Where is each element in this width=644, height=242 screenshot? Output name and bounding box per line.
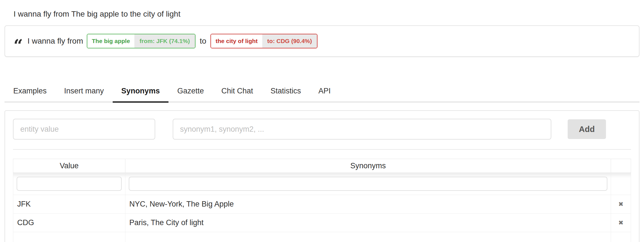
- actions-cell: ✖: [611, 214, 631, 232]
- column-header-value: Value: [13, 159, 125, 173]
- tab-api[interactable]: API: [310, 87, 339, 102]
- synonyms-table: Value Synonyms JFK NYC, New-York, The Bi…: [13, 159, 631, 242]
- tab-insert-many[interactable]: Insert many: [55, 87, 113, 102]
- table-row: JFK NYC, New-York, The Big Apple ✖: [13, 195, 631, 214]
- query-sentence: I wanna fly from The big apple to the ci…: [14, 10, 644, 19]
- synonyms-filter-input[interactable]: [129, 177, 607, 191]
- delete-row-button[interactable]: ✖: [615, 195, 627, 213]
- parse-connector-text: to: [200, 37, 206, 46]
- tab-examples[interactable]: Examples: [5, 87, 55, 102]
- tab-bar: Examples Insert many Synonyms Gazette Ch…: [5, 57, 639, 102]
- parse-prefix-text: I wanna fly from: [27, 37, 83, 46]
- table-header-row: Value Synonyms: [13, 159, 631, 173]
- filter-actions-cell: [611, 173, 631, 195]
- entity-chip-value: The big apple: [87, 34, 134, 48]
- column-header-synonyms: Synonyms: [125, 159, 611, 173]
- entity-chip-slot-label: to: CDG (90.4%): [262, 34, 317, 48]
- entity-chip-to[interactable]: the city of light to: CDG (90.4%): [210, 34, 317, 48]
- parse-result-card: “ I wanna fly from The big apple from: J…: [5, 25, 639, 57]
- delete-row-button[interactable]: ✖: [615, 214, 627, 232]
- synonyms-cell: NYC, New-York, The Big Apple: [125, 195, 611, 214]
- table-row: CDG Paris, The City of light ✖: [13, 214, 631, 232]
- synonyms-panel: Add Value Synonyms: [5, 110, 639, 242]
- close-icon: ✖: [618, 201, 623, 208]
- entity-value-input[interactable]: [13, 119, 155, 140]
- synonyms-input[interactable]: [173, 119, 551, 140]
- entity-chip-from[interactable]: The big apple from: JFK (74.1%): [87, 34, 196, 48]
- add-button[interactable]: Add: [568, 119, 606, 139]
- tab-synonyms[interactable]: Synonyms: [113, 87, 169, 102]
- synonyms-cell: Paris, The City of light: [125, 214, 611, 232]
- entity-chip-slot-label: from: JFK (74.1%): [134, 34, 195, 48]
- add-synonym-controls: Add: [13, 119, 631, 140]
- actions-cell: ✖: [611, 195, 631, 214]
- table-row-empty: [13, 232, 631, 242]
- table-filter-row: [13, 173, 631, 195]
- column-header-actions: [611, 159, 631, 173]
- value-cell: CDG: [13, 214, 125, 232]
- tab-chit-chat[interactable]: Chit Chat: [213, 87, 262, 102]
- close-icon: ✖: [618, 219, 623, 226]
- tab-gazette[interactable]: Gazette: [168, 87, 213, 102]
- entity-chip-value: the city of light: [211, 34, 262, 48]
- value-cell: JFK: [13, 195, 125, 214]
- panel-divider: [13, 149, 631, 150]
- tab-statistics[interactable]: Statistics: [262, 87, 310, 102]
- value-filter-input[interactable]: [17, 177, 122, 191]
